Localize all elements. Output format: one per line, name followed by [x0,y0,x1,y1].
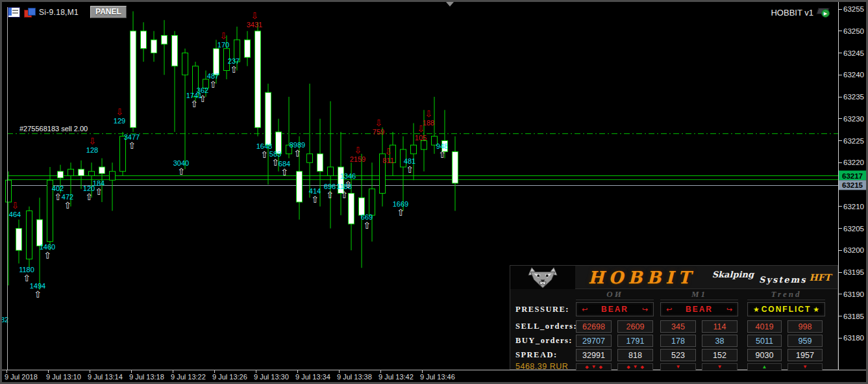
volume-label: 120⇧ [83,185,95,202]
arrow-down-icon: ▼ [717,365,723,370]
candle [245,31,251,66]
down-arrow-icon: ⇩ [116,107,123,117]
svg-text:63195: 63195 [843,268,864,276]
trend-signal-1: ◆▼◆ [576,363,612,371]
volume-label: 82 [2,316,8,324]
svg-text:63205: 63205 [843,225,864,233]
bear-arrows-icon: ↩ [666,305,672,314]
time-label: 9 Jul 13:46 [420,373,455,381]
time-axis[interactable]: 9 Jul 20189 Jul 13:109 Jul 13:149 Jul 13… [2,370,866,383]
bear-arrows-icon: ↪ [642,305,648,314]
up-arrow-icon: ⇧ [311,194,319,205]
time-label: 9 Jul 13:14 [88,373,123,381]
trend-signal-3: ▼ [660,363,696,371]
volume-label: 464⇩ [9,200,21,218]
up-arrow-icon: ⇧ [54,192,62,202]
spread-value-6: 1957 [787,349,823,361]
spread-value-4: 152 [702,349,738,361]
svg-text:188: 188 [423,119,434,127]
hobbit-title-band: HOBBIT Skalping Systems HFT [575,266,837,289]
svg-text:63225: 63225 [843,137,864,145]
up-arrow-icon: ⇧ [344,179,352,190]
star-icon: ★ [813,305,819,314]
volume-label: 129⇩ [114,107,125,125]
chart-shift-marker[interactable] [446,2,454,6]
candle [141,22,147,62]
column-header-3: Trend [747,289,825,300]
hobbit-subtitle-skalping: Skalping [712,270,754,279]
expert-advisor-icon[interactable]: ▶ [817,7,830,18]
up-arrow-icon: ⇧ [438,149,446,160]
candle [6,172,12,286]
up-arrow-icon: ⇧ [199,94,206,104]
up-arrow-icon: ⇧ [209,79,217,90]
candle [162,20,167,75]
time-label: 9 Jul 13:22 [171,373,206,381]
chart-toolbar: Si-9.18,M1 PANEL [8,6,127,18]
pressure-text: BEAR [601,305,628,314]
down-arrow-icon: ⇩ [88,136,96,146]
column-header-1: ОИ [576,289,654,300]
time-label: 9 Jul 13:42 [378,373,414,381]
pressure-status-2[interactable]: ↩BEAR↪ [660,302,738,316]
svg-text:129: 129 [114,117,125,125]
svg-text:63200: 63200 [843,246,864,254]
up-arrow-icon: ⇧ [280,167,288,177]
svg-text:63217: 63217 [842,172,863,180]
candle [110,162,116,211]
svg-text:759: 759 [373,128,384,136]
time-label: 9 Jul 13:18 [129,373,164,381]
arrow-down-icon: ▼ [676,365,681,370]
svg-text:63245: 63245 [843,49,864,57]
volume-label: 1460⇧ [40,243,55,261]
up-arrow-icon: ⇧ [230,64,238,75]
trend-signal-6: ▼ [787,363,823,371]
bear-arrows-icon: ↪ [726,305,732,314]
star-icon: ★ [753,305,760,314]
up-arrow-icon: ⇧ [64,200,71,211]
up-arrow-icon: ⇧ [43,250,51,261]
candle [130,11,136,132]
sell-orders-row-label: SELL_orders: [515,322,577,331]
trend-signal-4: ▼ [702,363,738,371]
signal-label: 188⇩ [423,109,434,127]
panel-toggle-button[interactable]: PANEL [90,6,127,18]
up-arrow-icon: ⇧ [326,190,334,200]
time-label: 9 Jul 13:26 [212,373,247,381]
down-arrow-icon: ⇩ [11,200,19,211]
svg-text:63230: 63230 [843,115,864,123]
pressure-text: CONFLICT [762,305,812,314]
svg-text:63215: 63215 [842,181,863,189]
svg-text:63255: 63255 [843,5,864,13]
svg-text:105: 105 [415,134,427,142]
volume-label: 1180⇧ [19,266,34,283]
candle [16,220,22,264]
pressure-status-3[interactable]: ★CONFLICT★ [747,302,825,316]
indicator-name-label: HOBBIT v1 [771,8,813,18]
terminal-window: 464⇩1180⇧1494⇧1460⇧402⇧472⇧120⇧184⇧128⇩1… [0,0,868,384]
pressure-status-1[interactable]: ↩BEAR↪ [576,302,654,316]
up-arrow-icon: ⇧ [406,164,414,175]
market-watch-icon[interactable] [8,7,20,18]
time-label: 9 Jul 13:10 [46,373,81,381]
spread-value-1: 32991 [576,349,612,361]
pressure-row-label: PRESSURE: [515,305,569,314]
open-order-label: #275568183 sell 2.00 [19,125,88,133]
volume-label: 696⇧ [324,183,336,200]
spread-value-2: 818 [617,349,653,361]
tile-windows-icon[interactable] [24,8,35,17]
bid-price-badge: 63215 [839,180,866,190]
up-arrow-icon: ⇧ [95,186,103,197]
volume-label: 128⇩ [86,136,98,154]
down-arrow-icon: ⇩ [425,109,432,119]
diamond-icon: ◆ [626,365,630,370]
bear-arrows-icon: ↩ [582,305,588,314]
down-arrow-icon: ⇩ [354,145,362,155]
volume-label: 669⇧ [361,213,373,231]
account-value: 5468.39 RUR [515,362,568,371]
up-arrow-icon: ⇧ [177,166,185,177]
buy-orders-value-4: 38 [702,335,738,347]
spread-row-label: SPREAD: [515,350,558,360]
signal-label: 759⇩ [373,118,384,136]
column-header-2: M1 [660,289,738,300]
